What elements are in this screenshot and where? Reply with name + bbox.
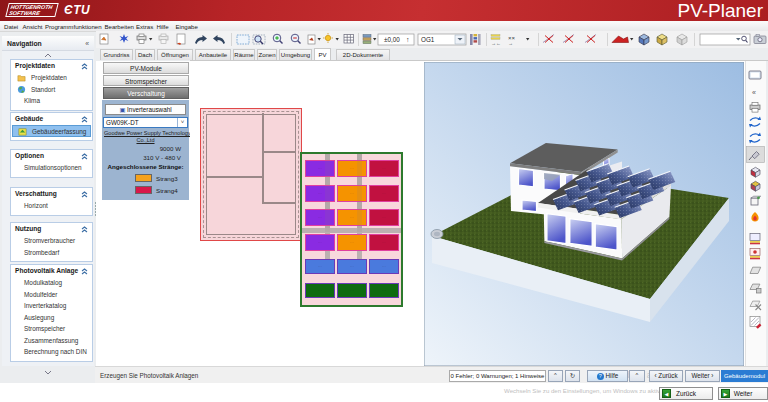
svg-text:→: → bbox=[508, 40, 513, 46]
svg-text:↑: ↑ bbox=[406, 36, 410, 43]
svg-text:±0,00: ±0,00 bbox=[384, 36, 400, 43]
svg-text:OG1: OG1 bbox=[421, 36, 435, 43]
svg-text:→←: →← bbox=[491, 40, 501, 46]
svg-text:«: « bbox=[752, 89, 756, 96]
